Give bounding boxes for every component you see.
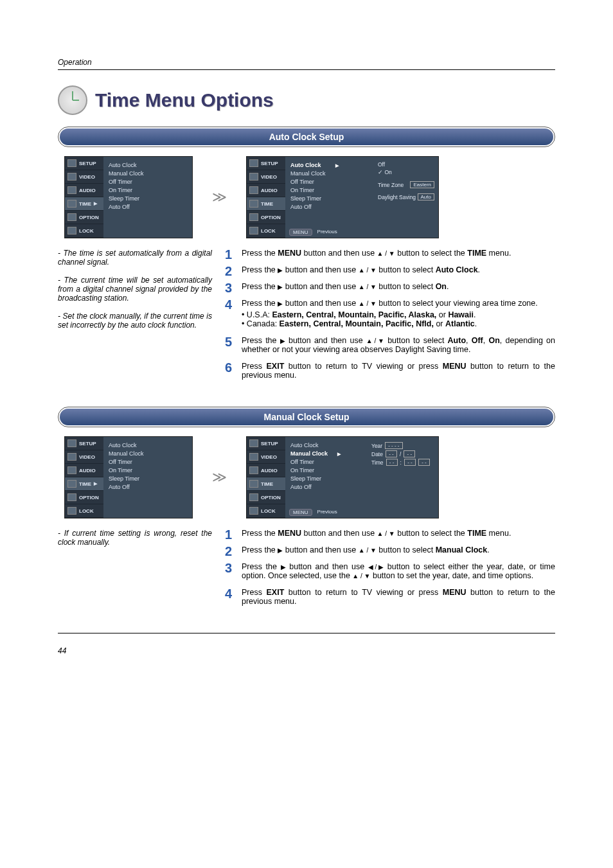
section1-content: The time is set automatically from a dig…	[58, 249, 555, 387]
nav-label: OPTION	[261, 495, 281, 500]
t: button to select	[377, 265, 436, 274]
nav-video: VIDEO	[247, 450, 285, 464]
nav-label: AUDIO	[79, 188, 96, 193]
nav-label: OPTION	[79, 215, 99, 220]
time-icon	[67, 480, 76, 488]
nav-lock: LOCK	[65, 224, 103, 238]
t: Manual Clock	[436, 545, 488, 554]
nav-label: OPTION	[261, 215, 281, 220]
daylight-row: Daylight SavingAuto	[378, 193, 434, 200]
t: button to select the	[395, 249, 468, 258]
time-value-3: - -	[418, 459, 430, 466]
chevron-right-icon: ▶	[335, 163, 339, 168]
menu-item: Sleep Timer	[109, 474, 187, 483]
lock-icon	[67, 227, 76, 235]
time-sep: :	[400, 459, 402, 466]
nav-label: VIDEO	[79, 174, 95, 180]
t: Hawaii	[448, 310, 474, 319]
step: Press the ▶ button and then use ▲ / ▼ bu…	[225, 545, 555, 554]
setup-icon	[67, 159, 76, 167]
t: button and then use	[283, 282, 358, 291]
setup-icon	[67, 439, 76, 447]
t: Auto Clock	[436, 265, 478, 274]
menu-item: Auto Clock	[290, 441, 362, 449]
t: button and then use	[301, 249, 377, 258]
menu-item: Auto Off	[109, 202, 187, 211]
t: EXIT	[267, 362, 285, 371]
t: or	[439, 310, 449, 319]
previous-hint: Previous	[317, 229, 337, 236]
updown-arrow-icon: ▲ / ▼	[359, 267, 377, 274]
t: menu.	[486, 529, 511, 538]
nav-audio: AUDIO	[247, 464, 285, 477]
nav-audio: AUDIO	[247, 184, 285, 197]
t: Press	[242, 588, 267, 597]
nav-setup: SETUP	[65, 157, 103, 170]
page-title: Time Menu Options	[95, 89, 274, 111]
tv-body: Auto Clock ▶ Manual Clock Off Timer On T…	[285, 157, 374, 238]
step: Press EXIT button to return to TV viewin…	[225, 362, 555, 380]
t: button to select your viewing area time …	[377, 299, 538, 308]
tv-nav: SETUP VIDEO AUDIO TIME ▶ OPTION LOCK	[65, 157, 103, 238]
nav-time: TIME ▶	[65, 477, 103, 491]
nav-label: AUDIO	[79, 468, 96, 474]
date-sep: /	[400, 451, 401, 457]
nav-lock: LOCK	[65, 504, 103, 518]
nav-lock: LOCK	[247, 224, 285, 238]
lock-icon	[249, 227, 258, 235]
t: Press the	[242, 545, 278, 554]
t: Off	[472, 336, 483, 345]
t: On	[488, 336, 499, 345]
t: EXIT	[267, 588, 285, 597]
nav-lock: LOCK	[247, 504, 285, 518]
clock-icon	[58, 85, 87, 115]
t: button and then use	[285, 336, 366, 345]
option-off: Off	[378, 161, 434, 168]
nav-audio: AUDIO	[65, 464, 103, 477]
date-row: Date- -/- -	[371, 450, 434, 457]
nav-label: SETUP	[261, 441, 278, 447]
nav-time: TIME	[247, 197, 285, 211]
nav-label: VIDEO	[261, 454, 277, 460]
step: Press the ▶ button and then use ▲ / ▼ bu…	[225, 299, 555, 328]
t: Eastern, Central, Mountain, Pacific, Nfl…	[280, 319, 436, 328]
audio-icon	[249, 186, 258, 194]
section2-content: If current time setting is wrong, reset …	[58, 529, 555, 614]
section2-menus: SETUP VIDEO AUDIO TIME ▶ OPTION LOCK Aut…	[58, 436, 555, 518]
date-label: Date	[371, 451, 383, 457]
section-heading-pill: Auto Clock Setup	[58, 127, 555, 147]
tv-nav: SETUP VIDEO AUDIO TIME OPTION LOCK	[247, 437, 285, 518]
sub-item: Canada: Eastern, Central, Mountain, Paci…	[242, 319, 555, 328]
t: Press the	[242, 336, 280, 345]
t: TIME	[467, 249, 486, 258]
t: Atlantic	[445, 319, 475, 328]
menu-item: On Timer	[109, 186, 187, 194]
nav-setup: SETUP	[247, 437, 285, 450]
t: Press the	[242, 249, 278, 258]
t: button and then use	[283, 545, 358, 554]
t: U.S.A:	[247, 310, 272, 319]
t: ,	[466, 336, 472, 345]
t: .	[487, 545, 489, 554]
menu-item: Sleep Timer	[109, 194, 187, 202]
t: Eastern, Central, Mountain, Pacific, Ala…	[272, 310, 438, 319]
nav-video: VIDEO	[65, 450, 103, 464]
menu-item-label: Manual Clock	[290, 450, 328, 457]
section1-notes: The time is set automatically from a dig…	[58, 249, 212, 387]
timezone-label: Time Zone	[378, 182, 404, 188]
nav-label: LOCK	[261, 228, 276, 234]
audio-icon	[67, 466, 76, 474]
nav-option: OPTION	[65, 211, 103, 224]
t: button to select the	[395, 529, 468, 538]
tv-manual-panel: Year- - - - Date- -/- - Time- -:- -- -	[368, 437, 438, 518]
t: button to set the year, date, and time o…	[370, 571, 533, 580]
menu-item: Auto Off	[290, 202, 369, 211]
t: button to select	[377, 282, 436, 291]
t: On	[436, 282, 447, 291]
t: button and then use	[301, 529, 377, 538]
t: button to return to TV viewing or press	[284, 362, 442, 371]
tv-nav: SETUP VIDEO AUDIO TIME ▶ OPTION LOCK	[65, 437, 103, 518]
step: Press the ▶ button and then use ◀ / ▶ bu…	[225, 562, 555, 580]
t: TIME	[467, 529, 486, 538]
menu-item-selected: Auto Clock ▶	[290, 161, 369, 169]
